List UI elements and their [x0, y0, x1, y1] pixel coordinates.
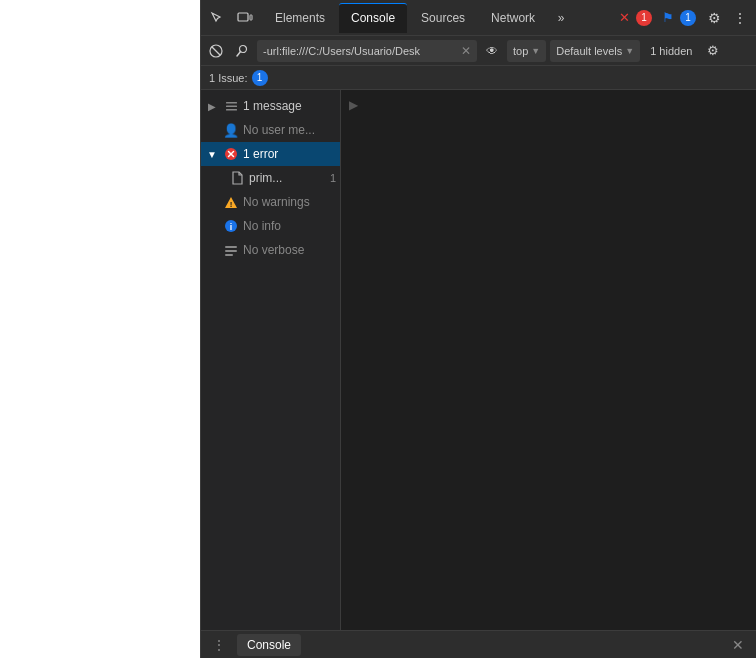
levels-chevron-icon: ▼ [625, 46, 634, 56]
error-file-label: prim... [249, 171, 326, 185]
svg-line-5 [237, 51, 241, 56]
console-output: ▶ [341, 90, 756, 630]
messages-label: 1 message [243, 99, 336, 113]
svg-line-3 [212, 47, 220, 55]
bottom-console-tab[interactable]: Console [237, 634, 301, 656]
svg-rect-6 [226, 102, 237, 104]
list-icon [223, 98, 239, 114]
chevron-down-icon: ▼ [531, 46, 540, 56]
filter-clear-icon[interactable]: ✕ [461, 44, 471, 58]
clear-console-icon[interactable] [205, 40, 227, 62]
user-icon: 👤 [223, 122, 239, 138]
tree-item-user-messages[interactable]: 👤 No user me... [201, 118, 340, 142]
svg-text:!: ! [230, 200, 233, 209]
eye-icon[interactable]: 👁 [481, 40, 503, 62]
warnings-label: No warnings [243, 195, 336, 209]
issue-text: 1 Issue: [209, 72, 248, 84]
console-settings-icon[interactable]: ⚙ [702, 40, 724, 62]
svg-rect-17 [225, 250, 237, 252]
top-selector[interactable]: top ▼ [507, 40, 546, 62]
devtools-more-icon[interactable]: ⋮ [728, 6, 752, 30]
error-file-count: 1 [330, 172, 336, 184]
svg-text:i: i [230, 222, 233, 232]
inspect-icon[interactable] [205, 6, 229, 30]
tab-console[interactable]: Console [339, 3, 407, 33]
file-icon [229, 170, 245, 186]
console-main: ▶ 1 message 👤 No user me... ▼ [201, 90, 756, 630]
expand-arrow-icon[interactable]: ▶ [349, 98, 358, 112]
svg-rect-16 [225, 246, 237, 248]
error-icon [223, 146, 239, 162]
page-content [0, 0, 200, 658]
svg-rect-7 [226, 105, 237, 107]
filter-value: -url:file:///C:/Users/Usuario/Desk [263, 45, 457, 57]
top-label: top [513, 45, 528, 57]
tree-item-verbose[interactable]: No verbose [201, 238, 340, 262]
user-messages-label: No user me... [243, 123, 336, 137]
svg-rect-18 [225, 254, 233, 256]
info-label: No info [243, 219, 336, 233]
svg-rect-1 [250, 15, 252, 20]
tree-item-errors[interactable]: ▼ 1 error [201, 142, 340, 166]
warning-icon: ! [223, 194, 239, 210]
filter-icon[interactable] [231, 40, 253, 62]
default-levels-btn[interactable]: Default levels ▼ [550, 40, 640, 62]
issue-count-badge: 1 [680, 10, 696, 26]
tab-bar: Elements Console Sources Network » ✕ 1 ⚑… [201, 0, 756, 36]
verbose-icon [223, 242, 239, 258]
info-icon: i [223, 218, 239, 234]
tree-panel: ▶ 1 message 👤 No user me... ▼ [201, 90, 341, 630]
devtools-settings-icon[interactable]: ⚙ [702, 6, 726, 30]
arrow-errors-icon: ▼ [205, 147, 219, 161]
tree-item-messages[interactable]: ▶ 1 message [201, 94, 340, 118]
tab-right-icons: ✕ 1 ⚑ 1 ⚙ ⋮ [615, 6, 752, 30]
hidden-count: 1 hidden [644, 45, 698, 57]
bottom-close-icon[interactable]: ✕ [728, 635, 748, 655]
tab-bar-icons [205, 6, 257, 30]
issue-bar: 1 Issue: 1 [201, 66, 756, 90]
console-toolbar: -url:file:///C:/Users/Usuario/Desk ✕ 👁 t… [201, 36, 756, 66]
device-icon[interactable] [233, 6, 257, 30]
tab-network[interactable]: Network [479, 3, 547, 33]
devtools-panel: Elements Console Sources Network » ✕ 1 ⚑… [200, 0, 756, 658]
arrow-messages-icon: ▶ [205, 99, 219, 113]
svg-rect-8 [226, 109, 237, 111]
issue-badge-btn[interactable]: ⚑ 1 [658, 6, 700, 30]
bottom-console-label: Console [247, 638, 291, 652]
filter-input[interactable]: -url:file:///C:/Users/Usuario/Desk ✕ [257, 40, 477, 62]
error-count-badge: 1 [636, 10, 652, 26]
errors-label: 1 error [243, 147, 336, 161]
tab-elements[interactable]: Elements [263, 3, 337, 33]
tree-item-warnings[interactable]: ! No warnings [201, 190, 340, 214]
default-levels-label: Default levels [556, 45, 622, 57]
tree-item-info[interactable]: i No info [201, 214, 340, 238]
tab-sources[interactable]: Sources [409, 3, 477, 33]
tree-item-error-file[interactable]: prim... 1 [201, 166, 340, 190]
error-badge-btn[interactable]: ✕ 1 [615, 6, 656, 30]
verbose-label: No verbose [243, 243, 336, 257]
svg-rect-0 [238, 13, 248, 21]
bottom-menu-icon[interactable]: ⋮ [209, 635, 229, 655]
bottom-bar: ⋮ Console ✕ [201, 630, 756, 658]
more-tabs-icon[interactable]: » [549, 6, 573, 30]
issue-count: 1 [252, 70, 268, 86]
